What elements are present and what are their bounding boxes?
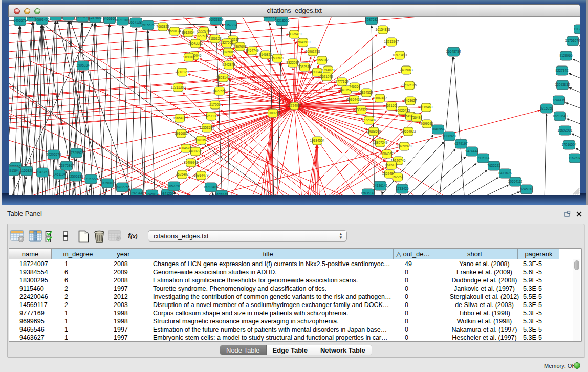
svg-text:9227342: 9227342 <box>555 69 569 72</box>
svg-text:1167534: 1167534 <box>569 156 580 160</box>
svg-text:10025433: 10025433 <box>396 108 410 112</box>
svg-text:3824554: 3824554 <box>360 91 373 94</box>
svg-text:16543382: 16543382 <box>188 41 203 45</box>
svg-text:1588520: 1588520 <box>271 56 284 60</box>
svg-text:917006: 917006 <box>209 103 221 106</box>
svg-text:1405571: 1405571 <box>13 19 27 23</box>
svg-text:16210643: 16210643 <box>553 114 568 118</box>
svg-text:1156829: 1156829 <box>20 169 33 172</box>
svg-text:8912954: 8912954 <box>182 31 195 34</box>
svg-text:15751074: 15751074 <box>565 39 580 42</box>
svg-text:7632621: 7632621 <box>487 164 500 167</box>
svg-text:8454749: 8454749 <box>246 49 259 52</box>
svg-text:15640910: 15640910 <box>296 40 311 44</box>
svg-text:19384554: 19384554 <box>310 139 325 142</box>
svg-text:16154838: 16154838 <box>376 28 390 31</box>
svg-text:1362615: 1362615 <box>298 65 311 69</box>
svg-text:391594: 391594 <box>9 169 19 172</box>
svg-text:15692901: 15692901 <box>558 128 573 132</box>
svg-text:252254: 252254 <box>392 175 403 179</box>
svg-text:12213369: 12213369 <box>171 85 186 89</box>
svg-text:9245812: 9245812 <box>520 187 533 191</box>
svg-text:8878352: 8878352 <box>194 138 208 142</box>
svg-text:8322037: 8322037 <box>286 61 299 64</box>
svg-text:7386322: 7386322 <box>355 108 368 112</box>
svg-text:16782759: 16782759 <box>115 185 130 189</box>
svg-text:3875685: 3875685 <box>222 50 235 54</box>
svg-text:19218506: 19218506 <box>275 19 290 23</box>
svg-text:15409948: 15409948 <box>184 161 199 164</box>
svg-text:16648784: 16648784 <box>446 50 461 53</box>
svg-text:10973493: 10973493 <box>393 53 407 57</box>
svg-text:17957225: 17957225 <box>84 177 99 181</box>
svg-text:8813054: 8813054 <box>263 17 276 18</box>
svg-text:12093832: 12093832 <box>555 83 570 86</box>
svg-text:7955812: 7955812 <box>315 58 329 62</box>
svg-text:20364436: 20364436 <box>347 98 362 101</box>
svg-text:15720407: 15720407 <box>362 118 377 122</box>
svg-text:8215958: 8215958 <box>540 106 553 110</box>
svg-text:9129966: 9129966 <box>559 54 573 57</box>
svg-text:12923448: 12923448 <box>129 191 144 195</box>
svg-text:16961758: 16961758 <box>306 50 320 53</box>
svg-text:6794028: 6794028 <box>321 68 335 72</box>
svg-text:15718485: 15718485 <box>204 185 219 189</box>
svg-text:9115460: 9115460 <box>420 105 433 109</box>
svg-text:10653267: 10653267 <box>75 17 90 19</box>
svg-text:9777169: 9777169 <box>335 80 349 83</box>
svg-text:7515526: 7515526 <box>141 23 155 27</box>
svg-text:6466160: 6466160 <box>103 17 116 20</box>
svg-text:10807487: 10807487 <box>373 96 387 100</box>
svg-text:1916682: 1916682 <box>175 132 188 135</box>
svg-text:1621072: 1621072 <box>320 75 333 78</box>
svg-text:20206576: 20206576 <box>47 152 61 156</box>
svg-text:1640954: 1640954 <box>431 127 445 131</box>
svg-text:16914479: 16914479 <box>194 173 209 177</box>
svg-text:8660124: 8660124 <box>168 29 181 33</box>
svg-text:8938928: 8938928 <box>443 134 456 138</box>
svg-text:8427552: 8427552 <box>213 89 226 93</box>
svg-text:2087682: 2087682 <box>365 18 378 21</box>
svg-text:12505135: 12505135 <box>69 174 83 178</box>
svg-text:19756928: 19756928 <box>397 144 412 148</box>
svg-text:9327506: 9327506 <box>220 41 233 45</box>
svg-text:9699695: 9699695 <box>420 122 433 125</box>
svg-text:18724007: 18724007 <box>287 104 302 107</box>
svg-text:11353594: 11353594 <box>200 126 214 129</box>
svg-text:18300295: 18300295 <box>266 111 280 115</box>
svg-text:1112843: 1112843 <box>574 27 580 31</box>
svg-text:9327505: 9327505 <box>195 34 208 38</box>
svg-text:1244415: 1244415 <box>552 98 565 102</box>
svg-text:15636141: 15636141 <box>361 191 376 195</box>
svg-text:10958107: 10958107 <box>100 181 115 185</box>
svg-text:9841257: 9841257 <box>161 192 174 195</box>
svg-text:9245012: 9245012 <box>145 192 159 195</box>
svg-text:8471676: 8471676 <box>498 171 512 175</box>
svg-text:756484: 756484 <box>411 116 422 119</box>
svg-text:9657791: 9657791 <box>167 184 181 188</box>
svg-text:7625402: 7625402 <box>176 172 189 176</box>
svg-text:8186328: 8186328 <box>208 37 222 40</box>
svg-text:12213967: 12213967 <box>384 40 399 43</box>
svg-text:9553281: 9553281 <box>62 17 75 17</box>
svg-text:1986327: 1986327 <box>49 17 62 17</box>
svg-text:12975115: 12975115 <box>402 83 417 87</box>
svg-text:2942757: 2942757 <box>36 170 49 174</box>
svg-text:9146821: 9146821 <box>259 53 272 56</box>
svg-text:1527602: 1527602 <box>89 17 102 19</box>
svg-text:7663822: 7663822 <box>156 25 169 28</box>
svg-text:1733426: 1733426 <box>396 187 409 190</box>
svg-text:746266: 746266 <box>349 85 360 89</box>
svg-text:3267130: 3267130 <box>205 114 218 118</box>
svg-text:9123448: 9123448 <box>215 193 228 195</box>
svg-text:9463627: 9463627 <box>404 99 417 102</box>
svg-text:9474444: 9474444 <box>465 149 478 153</box>
svg-text:1615132: 1615132 <box>385 163 398 167</box>
svg-text:23975867: 23975867 <box>59 164 74 167</box>
svg-text:10719185: 10719185 <box>116 18 130 22</box>
svg-text:2803144: 2803144 <box>216 76 230 79</box>
svg-text:10654112: 10654112 <box>508 180 523 183</box>
svg-text:2905334: 2905334 <box>76 63 90 67</box>
svg-text:6379197: 6379197 <box>454 142 468 145</box>
svg-text:1451194: 1451194 <box>53 172 66 176</box>
